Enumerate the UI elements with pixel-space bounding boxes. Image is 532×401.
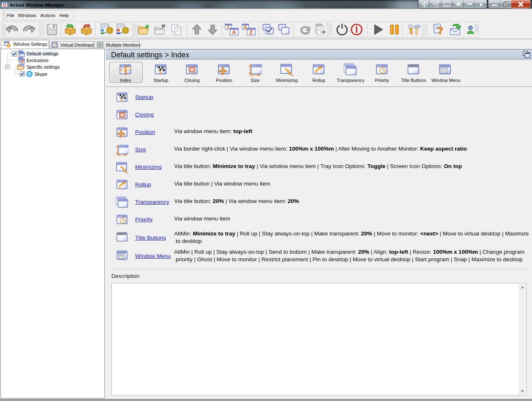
svg-text:Z: Z <box>227 25 230 30</box>
svg-text:A: A <box>232 29 236 35</box>
svg-text:S: S <box>28 72 31 77</box>
svg-text:?: ? <box>437 25 443 36</box>
svg-text:A: A <box>244 25 247 30</box>
svg-text:Z: Z <box>249 29 253 35</box>
